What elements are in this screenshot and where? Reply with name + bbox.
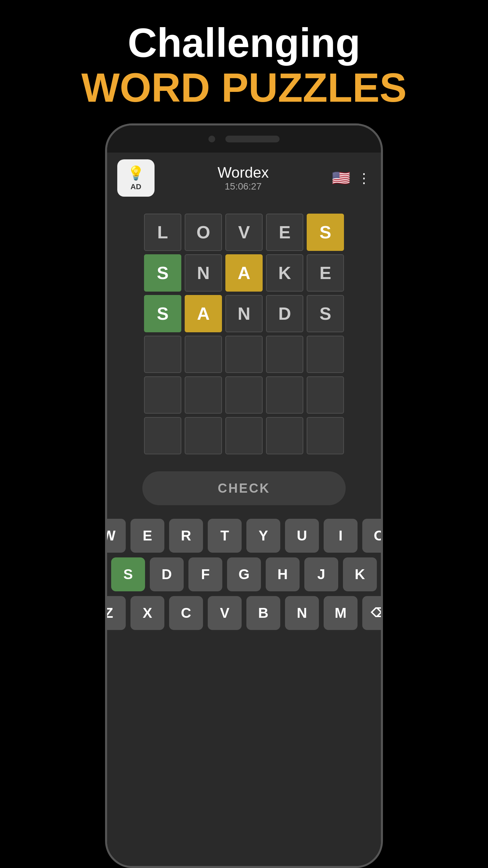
- key-⌫[interactable]: ⌫: [362, 596, 383, 630]
- menu-dots-icon[interactable]: ⋮: [357, 170, 371, 186]
- key-x[interactable]: X: [130, 596, 164, 630]
- cell-0-3: E: [266, 214, 303, 251]
- cell-3-2: [225, 336, 263, 373]
- flag-icon: 🇺🇸: [332, 169, 350, 187]
- cell-1-2: A: [225, 254, 263, 292]
- game-grid: LOVESSNAKESANDS: [144, 214, 344, 454]
- volume-button-bottom: [381, 268, 383, 295]
- app-screen: 💡 AD Wordex 15:06:27 🇺🇸 ⋮ LOVESSNAKESAND…: [107, 153, 381, 866]
- cell-5-1: [185, 417, 222, 454]
- key-d[interactable]: D: [150, 557, 184, 591]
- cell-4-1: [185, 376, 222, 414]
- key-l[interactable]: L: [382, 557, 383, 591]
- keyboard-row-0: QWERTYUIOP: [105, 519, 383, 553]
- key-n[interactable]: N: [285, 596, 319, 630]
- key-g[interactable]: G: [227, 557, 261, 591]
- cell-0-4: S: [307, 214, 344, 251]
- cell-1-4: E: [307, 254, 344, 292]
- cell-2-3: D: [266, 295, 303, 332]
- cell-5-4: [307, 417, 344, 454]
- cell-4-3: [266, 376, 303, 414]
- cell-0-1: O: [185, 214, 222, 251]
- app-title-section: Wordex 15:06:27: [218, 164, 269, 192]
- cell-0-2: V: [225, 214, 263, 251]
- key-m[interactable]: M: [324, 596, 358, 630]
- keyboard-row-1: ASDFGHJKL: [105, 557, 383, 591]
- app-header-text: Challenging WORD PUZZLES: [81, 0, 407, 123]
- cell-2-0: S: [144, 295, 181, 332]
- key-i[interactable]: I: [324, 519, 358, 553]
- cell-3-1: [185, 336, 222, 373]
- cell-5-2: [225, 417, 263, 454]
- key-o[interactable]: O: [362, 519, 383, 553]
- phone-frame: 💡 AD Wordex 15:06:27 🇺🇸 ⋮ LOVESSNAKESAND…: [105, 123, 383, 868]
- cell-3-4: [307, 336, 344, 373]
- cell-4-2: [225, 376, 263, 414]
- phone-speaker: [225, 136, 280, 142]
- cell-4-0: [144, 376, 181, 414]
- key-k[interactable]: K: [343, 557, 377, 591]
- cell-3-3: [266, 336, 303, 373]
- cell-5-3: [266, 417, 303, 454]
- key-s[interactable]: S: [111, 557, 145, 591]
- key-c[interactable]: C: [169, 596, 203, 630]
- cell-1-0: S: [144, 254, 181, 292]
- cell-4-4: [307, 376, 344, 414]
- cell-1-3: K: [266, 254, 303, 292]
- ad-button[interactable]: 💡 AD: [117, 159, 155, 197]
- key-v[interactable]: V: [208, 596, 242, 630]
- keyboard: QWERTYUIOPASDFGHJKLZXCVBNM⌫: [107, 515, 381, 633]
- key-j[interactable]: J: [304, 557, 338, 591]
- key-w[interactable]: W: [105, 519, 126, 553]
- ad-label: AD: [130, 182, 141, 191]
- phone-camera: [208, 136, 215, 142]
- key-u[interactable]: U: [285, 519, 319, 553]
- cell-1-1: N: [185, 254, 222, 292]
- cell-5-0: [144, 417, 181, 454]
- key-b[interactable]: B: [246, 596, 280, 630]
- app-title: Wordex: [218, 164, 269, 181]
- header-line2: WORD PUZZLES: [81, 65, 407, 110]
- key-y[interactable]: Y: [246, 519, 280, 553]
- volume-button-top: [381, 227, 383, 254]
- key-f[interactable]: F: [188, 557, 222, 591]
- game-header: 💡 AD Wordex 15:06:27 🇺🇸 ⋮: [107, 153, 381, 203]
- key-e[interactable]: E: [130, 519, 164, 553]
- header-line1: Challenging: [81, 20, 407, 65]
- keyboard-row-2: ZXCVBNM⌫: [105, 596, 383, 630]
- cell-0-0: L: [144, 214, 181, 251]
- key-h[interactable]: H: [266, 557, 300, 591]
- bulb-icon: 💡: [127, 165, 144, 181]
- cell-2-4: S: [307, 295, 344, 332]
- cell-3-0: [144, 336, 181, 373]
- header-right: 🇺🇸 ⋮: [332, 169, 371, 187]
- key-z[interactable]: Z: [105, 596, 126, 630]
- cell-2-1: A: [185, 295, 222, 332]
- check-label: CHECK: [218, 481, 270, 496]
- key-a[interactable]: A: [105, 557, 106, 591]
- key-r[interactable]: R: [169, 519, 203, 553]
- app-timer: 15:06:27: [218, 181, 269, 192]
- check-button[interactable]: CHECK: [142, 471, 346, 505]
- phone-top-bar: [107, 125, 381, 153]
- key-t[interactable]: T: [208, 519, 242, 553]
- cell-2-2: N: [225, 295, 263, 332]
